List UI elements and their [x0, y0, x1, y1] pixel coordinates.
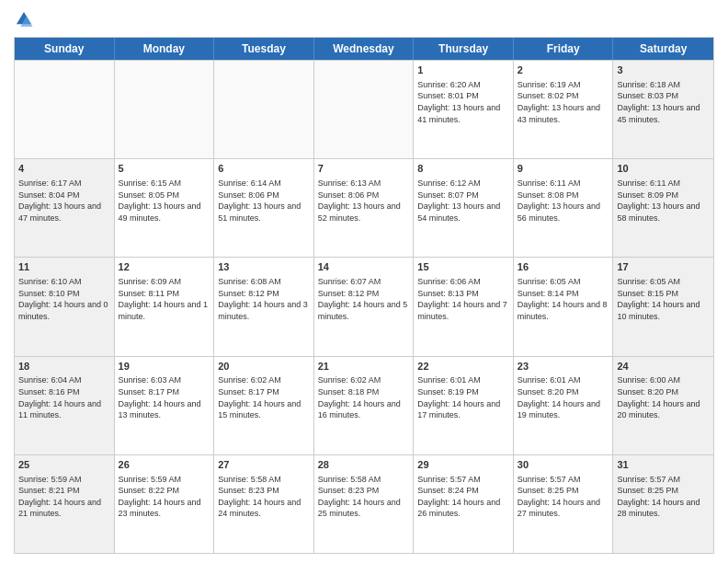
- cal-cell: 28Sunrise: 5:58 AMSunset: 8:23 PMDayligh…: [314, 455, 415, 553]
- cal-cell: 22Sunrise: 6:01 AMSunset: 8:19 PMDayligh…: [414, 357, 514, 454]
- cell-info: Sunrise: 6:06 AMSunset: 8:13 PMDaylight:…: [417, 276, 509, 322]
- day-number: 1: [417, 63, 509, 77]
- day-number: 26: [119, 458, 210, 472]
- cal-cell: 20Sunrise: 6:02 AMSunset: 8:17 PMDayligh…: [214, 357, 314, 454]
- day-number: 15: [417, 260, 509, 274]
- day-number: 30: [518, 458, 609, 472]
- cal-cell: 11Sunrise: 6:10 AMSunset: 8:10 PMDayligh…: [15, 258, 115, 355]
- day-header-monday: Monday: [115, 38, 215, 60]
- calendar: SundayMondayTuesdayWednesdayThursdayFrid…: [14, 37, 714, 554]
- cal-cell: 4Sunrise: 6:17 AMSunset: 8:04 PMDaylight…: [15, 159, 115, 257]
- day-number: 22: [417, 360, 509, 373]
- cell-info: Sunrise: 5:57 AMSunset: 8:24 PMDaylight:…: [417, 474, 509, 520]
- day-number: 25: [18, 458, 110, 472]
- cal-cell: 7Sunrise: 6:13 AMSunset: 8:06 PMDaylight…: [314, 159, 415, 257]
- cell-info: Sunrise: 5:58 AMSunset: 8:23 PMDaylight:…: [318, 474, 410, 520]
- day-number: 24: [617, 360, 710, 373]
- day-header-sunday: Sunday: [15, 38, 115, 60]
- cell-info: Sunrise: 6:10 AMSunset: 8:10 PMDaylight:…: [18, 276, 110, 322]
- cell-info: Sunrise: 6:03 AMSunset: 8:17 PMDaylight:…: [119, 374, 210, 420]
- day-number: 18: [18, 360, 110, 373]
- cal-cell: 25Sunrise: 5:59 AMSunset: 8:21 PMDayligh…: [15, 455, 115, 553]
- day-number: 9: [518, 162, 609, 176]
- calendar-header: SundayMondayTuesdayWednesdayThursdayFrid…: [15, 38, 713, 60]
- cal-cell: 21Sunrise: 6:02 AMSunset: 8:18 PMDayligh…: [314, 357, 415, 454]
- cal-cell: 24Sunrise: 6:00 AMSunset: 8:20 PMDayligh…: [613, 357, 713, 454]
- cal-cell: 14Sunrise: 6:07 AMSunset: 8:12 PMDayligh…: [314, 258, 415, 355]
- cal-cell: 29Sunrise: 5:57 AMSunset: 8:24 PMDayligh…: [414, 455, 514, 553]
- week-row-4: 18Sunrise: 6:04 AMSunset: 8:16 PMDayligh…: [15, 356, 713, 454]
- cal-cell: 12Sunrise: 6:09 AMSunset: 8:11 PMDayligh…: [115, 258, 215, 355]
- cell-info: Sunrise: 6:00 AMSunset: 8:20 PMDaylight:…: [617, 374, 710, 420]
- cell-info: Sunrise: 6:11 AMSunset: 8:09 PMDaylight:…: [617, 178, 710, 224]
- cell-info: Sunrise: 6:02 AMSunset: 8:18 PMDaylight:…: [318, 374, 410, 420]
- cal-cell: 13Sunrise: 6:08 AMSunset: 8:12 PMDayligh…: [214, 258, 314, 355]
- cal-cell: 31Sunrise: 5:57 AMSunset: 8:25 PMDayligh…: [613, 455, 713, 553]
- cal-cell: 18Sunrise: 6:04 AMSunset: 8:16 PMDayligh…: [15, 357, 115, 454]
- day-number: 14: [318, 260, 410, 274]
- cal-cell: 30Sunrise: 5:57 AMSunset: 8:25 PMDayligh…: [514, 455, 614, 553]
- cell-info: Sunrise: 6:05 AMSunset: 8:14 PMDaylight:…: [518, 276, 609, 322]
- day-number: 5: [119, 162, 210, 176]
- cell-info: Sunrise: 6:11 AMSunset: 8:08 PMDaylight:…: [518, 178, 609, 224]
- cell-info: Sunrise: 5:57 AMSunset: 8:25 PMDaylight:…: [518, 474, 609, 520]
- cell-info: Sunrise: 6:01 AMSunset: 8:19 PMDaylight:…: [417, 374, 509, 420]
- calendar-body: 1Sunrise: 6:20 AMSunset: 8:01 PMDaylight…: [15, 60, 713, 553]
- logo: [14, 9, 38, 29]
- day-number: 16: [518, 260, 609, 274]
- day-number: 12: [119, 260, 210, 274]
- day-number: 13: [218, 260, 310, 274]
- week-row-1: 1Sunrise: 6:20 AMSunset: 8:01 PMDaylight…: [15, 60, 713, 158]
- cell-info: Sunrise: 6:14 AMSunset: 8:06 PMDaylight:…: [218, 178, 310, 224]
- cell-info: Sunrise: 6:15 AMSunset: 8:05 PMDaylight:…: [119, 178, 210, 224]
- cal-cell: 19Sunrise: 6:03 AMSunset: 8:17 PMDayligh…: [115, 357, 215, 454]
- cal-cell: [214, 61, 314, 158]
- day-number: 29: [417, 458, 509, 472]
- cal-cell: 23Sunrise: 6:01 AMSunset: 8:20 PMDayligh…: [514, 357, 614, 454]
- cal-cell: 15Sunrise: 6:06 AMSunset: 8:13 PMDayligh…: [414, 258, 514, 355]
- cell-info: Sunrise: 6:13 AMSunset: 8:06 PMDaylight:…: [318, 178, 410, 224]
- logo-icon: [14, 9, 34, 29]
- day-number: 11: [18, 260, 110, 274]
- day-number: 10: [617, 162, 710, 176]
- cal-cell: 16Sunrise: 6:05 AMSunset: 8:14 PMDayligh…: [514, 258, 614, 355]
- cal-cell: 17Sunrise: 6:05 AMSunset: 8:15 PMDayligh…: [613, 258, 713, 355]
- cell-info: Sunrise: 5:59 AMSunset: 8:21 PMDaylight:…: [18, 474, 110, 520]
- cell-info: Sunrise: 6:04 AMSunset: 8:16 PMDaylight:…: [18, 374, 110, 420]
- cell-info: Sunrise: 5:58 AMSunset: 8:23 PMDaylight:…: [218, 474, 310, 520]
- day-number: 21: [318, 360, 410, 373]
- cal-cell: 9Sunrise: 6:11 AMSunset: 8:08 PMDaylight…: [514, 159, 614, 257]
- cal-cell: 10Sunrise: 6:11 AMSunset: 8:09 PMDayligh…: [613, 159, 713, 257]
- cell-info: Sunrise: 6:20 AMSunset: 8:01 PMDaylight:…: [417, 79, 509, 125]
- day-number: 19: [119, 360, 210, 373]
- cell-info: Sunrise: 6:01 AMSunset: 8:20 PMDaylight:…: [518, 374, 609, 420]
- cal-cell: 2Sunrise: 6:19 AMSunset: 8:02 PMDaylight…: [514, 61, 614, 158]
- day-number: 6: [218, 162, 310, 176]
- cal-cell: [115, 61, 215, 158]
- cal-cell: 5Sunrise: 6:15 AMSunset: 8:05 PMDaylight…: [115, 159, 215, 257]
- day-number: 2: [518, 63, 609, 77]
- cell-info: Sunrise: 6:09 AMSunset: 8:11 PMDaylight:…: [119, 276, 210, 322]
- day-number: 20: [218, 360, 310, 373]
- cell-info: Sunrise: 6:18 AMSunset: 8:03 PMDaylight:…: [617, 79, 710, 125]
- cell-info: Sunrise: 6:12 AMSunset: 8:07 PMDaylight:…: [417, 178, 509, 224]
- cal-cell: 8Sunrise: 6:12 AMSunset: 8:07 PMDaylight…: [414, 159, 514, 257]
- day-number: 4: [18, 162, 110, 176]
- day-number: 17: [617, 260, 710, 274]
- day-header-tuesday: Tuesday: [214, 38, 314, 60]
- cell-info: Sunrise: 6:19 AMSunset: 8:02 PMDaylight:…: [518, 79, 609, 125]
- cell-info: Sunrise: 5:59 AMSunset: 8:22 PMDaylight:…: [119, 474, 210, 520]
- cal-cell: 1Sunrise: 6:20 AMSunset: 8:01 PMDaylight…: [414, 61, 514, 158]
- day-header-saturday: Saturday: [613, 38, 713, 60]
- day-number: 31: [617, 458, 710, 472]
- cal-cell: 6Sunrise: 6:14 AMSunset: 8:06 PMDaylight…: [214, 159, 314, 257]
- cell-info: Sunrise: 6:02 AMSunset: 8:17 PMDaylight:…: [218, 374, 310, 420]
- cal-cell: [314, 61, 415, 158]
- day-header-thursday: Thursday: [414, 38, 514, 60]
- header: [14, 9, 714, 29]
- cal-cell: 3Sunrise: 6:18 AMSunset: 8:03 PMDaylight…: [613, 61, 713, 158]
- week-row-3: 11Sunrise: 6:10 AMSunset: 8:10 PMDayligh…: [15, 257, 713, 355]
- day-number: 28: [318, 458, 410, 472]
- cell-info: Sunrise: 6:08 AMSunset: 8:12 PMDaylight:…: [218, 276, 310, 322]
- day-header-friday: Friday: [514, 38, 614, 60]
